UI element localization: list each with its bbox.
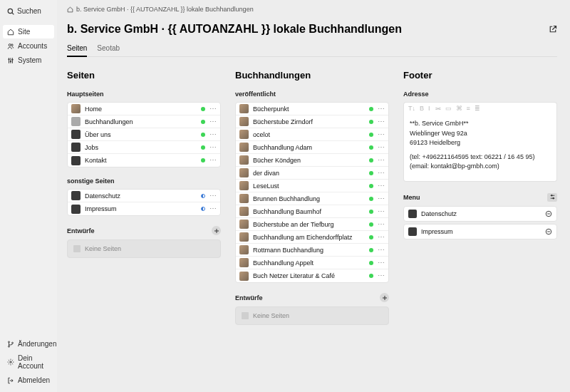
list-item[interactable]: Bücherstube an der Tiefburg⋯ [236, 218, 388, 231]
status-published-icon [369, 145, 373, 150]
thumbnail [239, 181, 249, 190]
more-actions-button[interactable]: ⋯ [378, 259, 385, 267]
list-item[interactable]: Jobs⋯ [68, 141, 220, 154]
tab-seotab[interactable]: Seotab [97, 44, 120, 56]
list-item[interactable]: Bücher Köndgen⋯ [236, 154, 388, 167]
list-item-label: Buchhandlung Adam [253, 144, 365, 151]
toolbar-ol[interactable]: ≣ [475, 105, 480, 112]
breadcrumb: b. Service GmbH · {{ AUTOANZAHL }} lokal… [67, 6, 557, 13]
toolbar-paragraph[interactable]: T↓ [408, 105, 415, 112]
editor-toolbar: T↓ B I ⫘ ▭ ⌘ ≡ ≣ [403, 102, 557, 114]
menu-item[interactable]: Datenschutz [403, 206, 557, 222]
nav-item-accounts[interactable]: Accounts [3, 39, 54, 53]
list-item-label: Buch Netzer Literatur & Café [253, 272, 365, 279]
more-actions-button[interactable]: ⋯ [378, 131, 385, 138]
home-icon[interactable] [67, 6, 73, 13]
more-actions-button[interactable]: ⋯ [209, 205, 217, 212]
toolbar-link[interactable]: ⫘ [435, 105, 441, 112]
breadcrumb-text: b. Service GmbH · {{ AUTOANZAHL }} lokal… [76, 6, 254, 13]
more-actions-button[interactable]: ⋯ [378, 105, 385, 113]
toolbar-code[interactable]: ⌘ [456, 105, 462, 112]
status-published-icon [369, 184, 373, 188]
status-published-icon [369, 274, 373, 278]
list-item[interactable]: Buchhandlung Baumhof⋯ [236, 205, 388, 218]
more-actions-button[interactable]: ⋯ [378, 157, 385, 164]
add-bookstore-draft-button[interactable] [380, 293, 389, 302]
more-actions-button[interactable]: ⋯ [378, 195, 385, 202]
nav-item-änderungen[interactable]: Änderungen [3, 337, 54, 351]
list-item[interactable]: ocelot⋯ [236, 128, 388, 141]
search-button[interactable]: Suchen [3, 4, 54, 18]
more-actions-button[interactable]: ⋯ [209, 131, 217, 138]
nav-item-label: Dein Account [18, 354, 50, 370]
more-actions-button[interactable]: ⋯ [378, 144, 385, 151]
status-published-icon [369, 197, 373, 201]
list-item[interactable]: Rottmann Buchhandlung⋯ [236, 244, 388, 257]
list-item[interactable]: Buchhandlung Appelt⋯ [236, 257, 388, 269]
thumbnail [408, 210, 417, 218]
svg-point-9 [12, 59, 14, 61]
list-item-label: Buchhandlung Baumhof [253, 208, 365, 215]
list-item[interactable]: Bücherstube Zirndorf⋯ [236, 115, 388, 128]
more-actions-button[interactable]: ⋯ [209, 105, 217, 113]
remove-button[interactable] [544, 210, 552, 217]
list-item[interactable]: Brunnen Buchhandlung⋯ [236, 192, 388, 205]
thumbnail [239, 272, 249, 281]
footer-menu-label: Menu [403, 194, 420, 201]
section-bookstore-drafts: Entwürfe [235, 293, 389, 302]
add-page-draft-button[interactable] [212, 226, 221, 235]
svg-line-1 [12, 12, 14, 14]
list-item[interactable]: Über uns⋯ [68, 128, 220, 141]
section-other-pages-label: sonstige Seiten [67, 177, 221, 185]
external-link-icon[interactable] [549, 25, 557, 33]
list-item[interactable]: Buchhandlung am Eichendorffplatz⋯ [236, 231, 388, 244]
list-item-label: Home [85, 105, 197, 113]
more-actions-button[interactable]: ⋯ [378, 182, 385, 190]
thumbnail [239, 232, 249, 242]
toolbar-image[interactable]: ▭ [445, 105, 452, 112]
menu-settings-button[interactable] [547, 193, 557, 202]
nav-item-abmelden[interactable]: Abmelden [3, 373, 54, 387]
file-icon [242, 312, 249, 319]
more-actions-button[interactable]: ⋯ [209, 144, 217, 151]
more-actions-button[interactable]: ⋯ [378, 170, 385, 177]
section-main-pages-label: Hauptseiten [67, 91, 221, 98]
menu-item[interactable]: Impressum [403, 224, 557, 239]
status-published-icon [369, 158, 373, 163]
list-item[interactable]: Impressum⋯ [68, 202, 220, 215]
more-actions-button[interactable]: ⋯ [209, 192, 217, 200]
toolbar-bold[interactable]: B [420, 105, 424, 112]
list-item[interactable]: Buch Netzer Literatur & Café⋯ [236, 269, 388, 282]
remove-button[interactable] [544, 227, 552, 235]
menu-item-label: Impressum [421, 228, 540, 235]
nav-item-site[interactable]: Site [3, 25, 54, 38]
address-editor[interactable]: **b. Service GmbH** Wieblinger Weg 92a 6… [403, 114, 557, 182]
tab-seiten[interactable]: Seiten [67, 44, 87, 57]
more-actions-button[interactable]: ⋯ [378, 221, 385, 228]
more-actions-button[interactable]: ⋯ [209, 118, 217, 125]
more-actions-button[interactable]: ⋯ [378, 247, 385, 254]
section-pages-drafts: Entwürfe [67, 226, 221, 235]
nav-item-dein-account[interactable]: Dein Account [3, 351, 54, 373]
list-item[interactable]: Buchhandlungen⋯ [68, 115, 220, 128]
list-item[interactable]: Kontakt⋯ [68, 154, 220, 167]
toolbar-ul[interactable]: ≡ [467, 105, 470, 112]
toolbar-italic[interactable]: I [428, 105, 430, 112]
list-item[interactable]: Buchhandlung Adam⋯ [236, 141, 388, 154]
list-item-label: Impressum [85, 205, 197, 212]
status-published-icon [201, 120, 205, 124]
list-item[interactable]: Datenschutz⋯ [68, 190, 220, 202]
list-item[interactable]: LeseLust⋯ [236, 180, 388, 192]
more-actions-button[interactable]: ⋯ [209, 157, 217, 164]
more-actions-button[interactable]: ⋯ [378, 208, 385, 215]
more-actions-button[interactable]: ⋯ [378, 272, 385, 279]
home-icon [7, 29, 14, 36]
nav-item-system[interactable]: System [3, 53, 54, 67]
list-item[interactable]: der divan⋯ [236, 167, 388, 180]
nav-item-label: Änderungen [18, 340, 57, 348]
status-published-icon [369, 235, 373, 239]
more-actions-button[interactable]: ⋯ [378, 234, 385, 241]
list-item[interactable]: Bücherpunkt⋯ [236, 103, 388, 115]
list-item[interactable]: Home⋯ [68, 103, 220, 115]
more-actions-button[interactable]: ⋯ [378, 118, 385, 125]
